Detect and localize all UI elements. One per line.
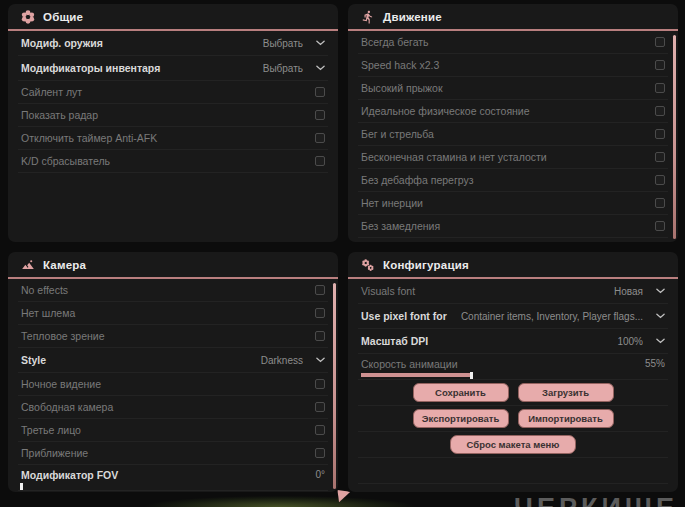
- toggle-row[interactable]: Нет инерции: [358, 192, 668, 215]
- slider-row[interactable]: Скорость анимации55%: [358, 354, 668, 380]
- checkbox[interactable]: [655, 129, 665, 139]
- dropdown-value: Выбрать: [263, 63, 303, 74]
- toggle-row[interactable]: Тепловое зрение: [18, 325, 328, 348]
- panel-title: Камера: [43, 259, 86, 271]
- row-label: Всегда бегать: [361, 36, 429, 48]
- checkbox[interactable]: [655, 106, 665, 116]
- buttons-row: ЭкспортироватьИмпортировать: [358, 406, 668, 432]
- dropdown[interactable]: Выбрать: [263, 63, 325, 74]
- toggle-row[interactable]: Третье лицо: [18, 419, 328, 442]
- slider-row[interactable]: Модификатор FOV0°: [18, 465, 328, 491]
- toggle-row[interactable]: Приближение: [18, 442, 328, 465]
- dropdown[interactable]: Darkness: [261, 355, 325, 366]
- row-label: Свободная камера: [21, 401, 113, 413]
- buttons-row: Сброс макета меню: [358, 432, 668, 458]
- toggle-row[interactable]: Нет шлема: [18, 302, 328, 325]
- save-button[interactable]: Сохранить: [413, 383, 509, 402]
- dropdown-row[interactable]: Модификаторы инвентаряВыбрать: [18, 56, 328, 81]
- chevron-down-icon: [656, 313, 665, 319]
- slider-value: 55%: [645, 358, 665, 369]
- dropdown[interactable]: Выбрать: [263, 38, 325, 49]
- checkbox[interactable]: [315, 133, 325, 143]
- chevron-down-icon: [656, 338, 665, 344]
- toggle-row[interactable]: No effects: [18, 279, 328, 302]
- toggle-row[interactable]: Speed hack x2.3: [358, 54, 668, 77]
- toggle-row[interactable]: K/D сбрасыватель: [18, 150, 328, 173]
- toggle-row[interactable]: Бесконечная стамина и нет усталости: [358, 146, 668, 169]
- import-button[interactable]: Импортировать: [518, 409, 614, 428]
- dropdown-value: Новая: [614, 286, 643, 297]
- toggle-row[interactable]: Без замедления: [358, 215, 668, 238]
- chevron-down-icon: [656, 288, 665, 294]
- checkbox[interactable]: [315, 448, 325, 458]
- row-label: No effects: [21, 284, 68, 296]
- row-label: Нет шлема: [21, 307, 75, 319]
- image-icon: [21, 258, 35, 272]
- buttons-row: СохранитьЗагрузить: [358, 380, 668, 406]
- row-label: Модификатор FOV: [21, 469, 118, 481]
- checkbox[interactable]: [655, 60, 665, 70]
- toggle-row[interactable]: Идеальное физическое состояние: [358, 100, 668, 123]
- scrollbar[interactable]: [333, 283, 336, 489]
- checkbox[interactable]: [315, 308, 325, 318]
- scrollbar[interactable]: [673, 35, 676, 239]
- checkbox[interactable]: [655, 152, 665, 162]
- row-label: Без дебаффа перегруз: [361, 174, 474, 186]
- checkbox[interactable]: [315, 110, 325, 120]
- dropdown[interactable]: Новая: [614, 286, 665, 297]
- checkbox[interactable]: [315, 402, 325, 412]
- toggle-row[interactable]: Свободная камера: [18, 396, 328, 419]
- panel-header: Движение: [348, 4, 678, 31]
- toggle-row[interactable]: Ночное видение: [18, 373, 328, 396]
- dropdown[interactable]: 100%: [617, 336, 665, 347]
- slider-track[interactable]: [21, 483, 221, 490]
- dropdown-row[interactable]: Use pixel font forContainer items, Inven…: [358, 304, 668, 329]
- checkbox[interactable]: [655, 175, 665, 185]
- toggle-row[interactable]: Без дебаффа перегруз: [358, 169, 668, 192]
- chevron-down-icon: [316, 65, 325, 71]
- dropdown[interactable]: Container items, Inventory, Player flags…: [461, 311, 665, 322]
- dropdown-row[interactable]: Модиф. оружияВыбрать: [18, 31, 328, 56]
- slider-handle[interactable]: [470, 372, 473, 379]
- dropdown-value: Darkness: [261, 355, 303, 366]
- checkbox[interactable]: [655, 37, 665, 47]
- dropdown-row[interactable]: Visuals fontНовая: [358, 279, 668, 304]
- toggle-row[interactable]: Отключить таймер Anti-AFK: [18, 127, 328, 150]
- checkbox[interactable]: [315, 331, 325, 341]
- row-label: Сайлент лут: [21, 86, 82, 98]
- checkbox[interactable]: [315, 379, 325, 389]
- panel-title: Конфигурация: [383, 259, 469, 271]
- toggle-row[interactable]: Высокий прыжок: [358, 77, 668, 100]
- checkbox[interactable]: [655, 221, 665, 231]
- dropdown-value: 100%: [617, 336, 643, 347]
- slider-row-top: Модификатор FOV0°: [21, 468, 325, 481]
- reset-menu-layout-button[interactable]: Сброс макета меню: [450, 435, 577, 454]
- gears-icon: [361, 258, 375, 272]
- toggle-row[interactable]: Бег и стрельба: [358, 123, 668, 146]
- empty-row: [358, 458, 668, 484]
- dropdown-row[interactable]: Масштаб DPI100%: [358, 329, 668, 354]
- dropdown-row[interactable]: StyleDarkness: [18, 348, 328, 373]
- row-label: Отключить таймер Anti-AFK: [21, 132, 157, 144]
- row-label: Третье лицо: [21, 424, 81, 436]
- toggle-row[interactable]: Показать радар: [18, 104, 328, 127]
- row-label: Модиф. оружия: [21, 37, 103, 49]
- checkbox[interactable]: [315, 285, 325, 295]
- checkbox[interactable]: [315, 87, 325, 97]
- toggle-row[interactable]: Всегда бегать: [358, 31, 668, 54]
- load-button[interactable]: Загрузить: [518, 383, 614, 402]
- toggle-row[interactable]: Сайлент лут: [18, 81, 328, 104]
- checkbox[interactable]: [655, 198, 665, 208]
- export-button[interactable]: Экспортировать: [413, 409, 509, 428]
- slider-track[interactable]: [361, 372, 561, 379]
- chevron-down-icon: [316, 357, 325, 363]
- checkbox[interactable]: [315, 156, 325, 166]
- slider-value: 0°: [315, 469, 325, 480]
- row-label: Бесконечная стамина и нет усталости: [361, 151, 547, 163]
- checkbox[interactable]: [315, 425, 325, 435]
- panel-title: Общие: [43, 11, 83, 23]
- checkbox[interactable]: [655, 83, 665, 93]
- slider-handle[interactable]: [20, 483, 23, 490]
- slider-row-top: Скорость анимации55%: [361, 357, 665, 370]
- row-label: K/D сбрасыватель: [21, 155, 110, 167]
